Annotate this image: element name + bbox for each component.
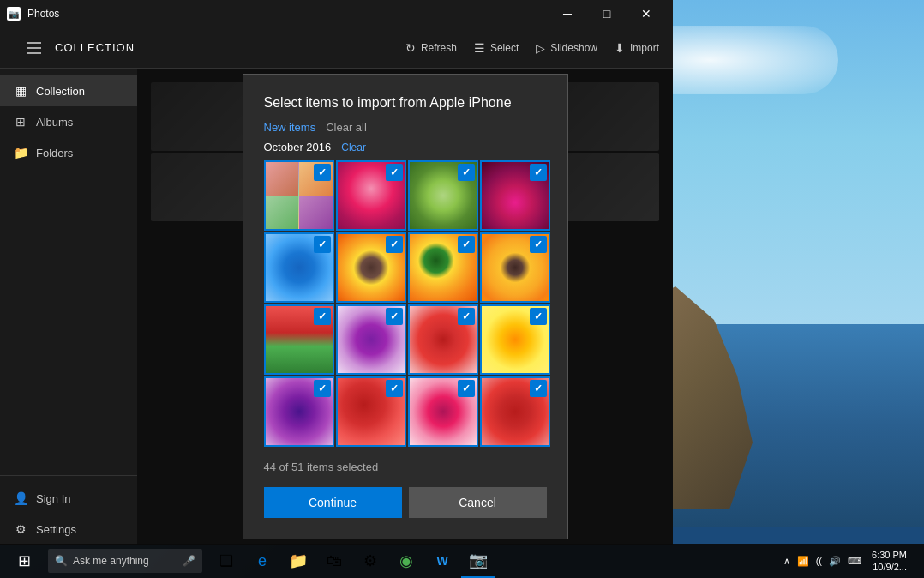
taskbar-clock[interactable]: 6:30 PM 10/9/2... xyxy=(865,549,914,574)
check-mark: ✓ xyxy=(530,236,547,253)
clock-date: 10/9/2... xyxy=(873,561,907,573)
show-hidden-icon[interactable]: ∧ xyxy=(783,556,790,567)
photo-cell[interactable]: ✓ xyxy=(408,232,478,303)
taskbar-search[interactable]: 🔍 Ask me anything 🎤 xyxy=(48,549,202,573)
section-header: October 2016 Clear xyxy=(264,141,547,154)
sidebar: ▦ Collection ⊞ Albums 📁 Folders 👤 Sign I… xyxy=(0,69,137,545)
check-mark: ✓ xyxy=(458,308,475,325)
photo-cell[interactable]: ✓ xyxy=(336,232,406,303)
taskbar: ⊞ 🔍 Ask me anything 🎤 ❑ e 📁 🛍 ⚙ ◉ W 📷 ∧ … xyxy=(0,544,924,578)
microphone-icon: 🎤 xyxy=(183,555,195,567)
check-mark: ✓ xyxy=(530,380,547,397)
word-app[interactable]: W xyxy=(425,544,459,578)
albums-icon: ⊞ xyxy=(14,115,27,129)
maximize-button[interactable]: □ xyxy=(587,0,627,27)
sidebar-item-settings[interactable]: ⚙ Settings xyxy=(0,514,137,545)
slideshow-icon: ▷ xyxy=(536,41,545,55)
section-clear[interactable]: Clear xyxy=(341,141,366,154)
photo-cell[interactable]: ✓ xyxy=(264,304,334,375)
file-explorer[interactable]: 📁 xyxy=(281,544,315,578)
check-mark: ✓ xyxy=(458,380,475,397)
import-action[interactable]: ⬇ Import xyxy=(615,41,659,55)
photos-app[interactable]: 📷 xyxy=(461,544,495,578)
select-action[interactable]: ☰ Select xyxy=(474,41,519,55)
selected-count: 44 of 51 items selected xyxy=(264,461,547,473)
photo-cell[interactable]: ✓ xyxy=(336,376,406,447)
photo-cell[interactable]: ✓ xyxy=(264,232,334,303)
title-bar-left: 📷 Photos xyxy=(7,7,59,21)
photo-cell[interactable]: ✓ xyxy=(480,232,550,303)
toolbar-actions: ↻ Refresh ☰ Select ▷ Slideshow ⬇ Import xyxy=(405,41,659,55)
photo-cell[interactable]: ✓ xyxy=(408,160,478,231)
sidebar-item-label: Sign In xyxy=(36,492,70,505)
check-mark: ✓ xyxy=(458,164,475,181)
import-dialog: Select items to import from Apple iPhone… xyxy=(243,74,568,539)
photo-cell[interactable]: ✓ xyxy=(336,160,406,231)
check-mark: ✓ xyxy=(386,236,403,253)
sidebar-item-albums[interactable]: ⊞ Albums xyxy=(0,106,137,137)
check-mark: ✓ xyxy=(314,236,331,253)
photo-cell[interactable]: ✓ xyxy=(408,376,478,447)
photo-cell[interactable]: ✓ xyxy=(264,376,334,447)
select-icon: ☰ xyxy=(474,41,485,55)
filter-new-items[interactable]: New items xyxy=(264,121,316,134)
check-mark: ✓ xyxy=(314,380,331,397)
refresh-action[interactable]: ↻ Refresh xyxy=(405,41,457,55)
taskbar-right: ∧ 📶 (( 🔊 ⌨ 6:30 PM 10/9/2... xyxy=(783,549,921,574)
sidebar-item-folders[interactable]: 📁 Folders xyxy=(0,137,137,168)
chrome-browser[interactable]: ◉ xyxy=(389,544,423,578)
photo-area: Select items to import from Apple iPhone… xyxy=(137,69,673,545)
section-month: October 2016 xyxy=(264,141,332,154)
hamburger-line xyxy=(27,52,41,54)
minimize-button[interactable]: ─ xyxy=(548,0,587,27)
app-title: Photos xyxy=(27,8,59,20)
close-button[interactable]: ✕ xyxy=(627,0,666,27)
settings-app[interactable]: ⚙ xyxy=(353,544,387,578)
sidebar-item-label: Albums xyxy=(36,116,73,129)
store-app[interactable]: 🛍 xyxy=(317,544,351,578)
cancel-button[interactable]: Cancel xyxy=(409,487,547,518)
hamburger-line xyxy=(27,42,41,44)
systray: ∧ 📶 (( 🔊 ⌨ xyxy=(783,556,861,567)
photo-cell[interactable]: ✓ xyxy=(480,376,550,447)
dialog-footer: 44 of 51 items selected Continue Cancel xyxy=(264,461,547,518)
filter-clear-all[interactable]: Clear all xyxy=(326,121,367,134)
clock-time: 6:30 PM xyxy=(872,549,907,561)
sidebar-item-collection[interactable]: ▦ Collection xyxy=(0,75,137,106)
check-mark: ✓ xyxy=(314,164,331,181)
search-icon: 🔍 xyxy=(55,555,68,567)
import-icon: ⬇ xyxy=(615,41,625,55)
collection-icon: ▦ xyxy=(14,84,27,98)
network-icon: 📶 xyxy=(797,556,809,567)
hamburger-menu[interactable] xyxy=(14,27,55,69)
app-icon: 📷 xyxy=(7,7,21,21)
slideshow-action[interactable]: ▷ Slideshow xyxy=(536,41,597,55)
main-toolbar: COLLECTION ↻ Refresh ☰ Select ▷ Slidesho… xyxy=(0,27,673,69)
select-label: Select xyxy=(490,42,519,54)
photo-cell[interactable]: ✓ xyxy=(408,304,478,375)
app-window: 📷 Photos ─ □ ✕ COLLECTION ↻ Refresh ☰ Se… xyxy=(0,0,673,545)
slideshow-label: Slideshow xyxy=(550,42,597,54)
refresh-label: Refresh xyxy=(421,42,457,54)
photo-cell[interactable]: ✓ xyxy=(480,304,550,375)
import-label: Import xyxy=(630,42,659,54)
wifi-icon: (( xyxy=(816,556,822,566)
taskview-button[interactable]: ❑ xyxy=(209,544,243,578)
sidebar-item-label: Folders xyxy=(36,147,73,160)
sidebar-item-label: Collection xyxy=(36,85,85,98)
check-mark: ✓ xyxy=(386,308,403,325)
check-mark: ✓ xyxy=(458,236,475,253)
signin-icon: 👤 xyxy=(14,491,27,505)
sidebar-bottom: 👤 Sign In ⚙ Settings xyxy=(0,475,137,545)
sidebar-item-label: Settings xyxy=(36,523,76,536)
continue-button[interactable]: Continue xyxy=(264,487,402,518)
check-mark: ✓ xyxy=(530,164,547,181)
sidebar-item-signin[interactable]: 👤 Sign In xyxy=(0,483,137,514)
collage-part xyxy=(264,196,299,232)
start-button[interactable]: ⊞ xyxy=(3,544,45,578)
window-controls: ─ □ ✕ xyxy=(548,0,666,27)
edge-browser[interactable]: e xyxy=(245,544,279,578)
photo-cell[interactable]: ✓ xyxy=(264,160,334,231)
photo-cell[interactable]: ✓ xyxy=(336,304,406,375)
photo-cell[interactable]: ✓ xyxy=(480,160,550,231)
